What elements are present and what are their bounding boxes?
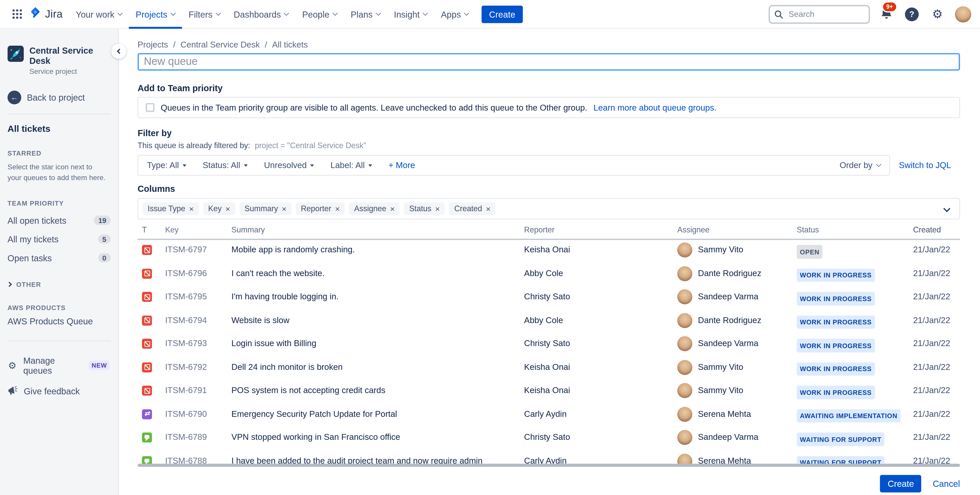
queue-name-input[interactable]: [137, 53, 960, 71]
order-by-dropdown[interactable]: Order by: [840, 161, 881, 170]
jira-logo[interactable]: Jira: [29, 6, 63, 22]
col-header-created: Created: [913, 225, 960, 234]
give-feedback-item[interactable]: Give feedback: [0, 380, 118, 402]
filter-dropdown[interactable]: Label: All: [331, 161, 372, 170]
table-row[interactable]: ITSM-6791 POS system is not accepting cr…: [137, 381, 960, 404]
table-row[interactable]: ITSM-6790 Emergency Security Patch Updat…: [137, 404, 960, 428]
notification-count-badge: 9+: [882, 1, 897, 12]
sidebar-queue-item[interactable]: All my tickets 5: [0, 230, 118, 249]
issue-summary[interactable]: Mobile app is randomly crashing.: [231, 245, 524, 255]
issue-key[interactable]: ITSM-6791: [165, 386, 231, 396]
remove-chip-icon[interactable]: ×: [189, 205, 194, 213]
learn-more-link[interactable]: Learn more about queue groups.: [593, 103, 716, 112]
settings-button[interactable]: ⚙: [928, 5, 947, 23]
issue-key[interactable]: ITSM-6795: [165, 292, 231, 302]
remove-chip-icon[interactable]: ×: [390, 205, 395, 213]
table-row[interactable]: ITSM-6795 I'm having trouble logging in.…: [137, 287, 960, 310]
search-input[interactable]: [768, 5, 870, 23]
filter-dropdown[interactable]: Unresolved: [264, 161, 314, 170]
team-priority-queue-list: All open tickets 19 All my tickets 5 Ope…: [0, 211, 118, 267]
team-priority-checkbox[interactable]: [146, 103, 154, 112]
table-row[interactable]: ITSM-6789 VPN stopped working in San Fra…: [137, 428, 960, 451]
breadcrumb-item[interactable]: All tickets: [272, 40, 308, 49]
remove-chip-icon[interactable]: ×: [226, 205, 230, 213]
more-filters-button[interactable]: + More: [388, 161, 415, 170]
nav-menu-item[interactable]: Plans: [344, 0, 387, 29]
issue-summary[interactable]: I have been added to the audit project t…: [231, 456, 524, 464]
sidebar-divider: [7, 114, 111, 114]
issue-key[interactable]: ITSM-6788: [165, 456, 231, 464]
assignee-avatar: [677, 430, 692, 445]
nav-menu-item[interactable]: Insight: [387, 0, 434, 29]
sidebar-queue-item[interactable]: All open tickets 19: [0, 211, 118, 230]
issue-key[interactable]: ITSM-6794: [165, 315, 231, 325]
sidebar-queue-item[interactable]: Open tasks 0: [0, 249, 118, 267]
issue-key[interactable]: ITSM-6790: [165, 409, 231, 419]
status-badge: WORK IN PROGRESS: [797, 386, 875, 399]
columns-select-box[interactable]: Issue Type × Key × Summary ×: [137, 198, 960, 219]
create-queue-button[interactable]: Create: [880, 475, 921, 493]
remove-chip-icon[interactable]: ×: [335, 205, 340, 213]
issue-summary[interactable]: Website is slow: [231, 315, 524, 325]
issue-summary[interactable]: Dell 24 inch monitor is broken: [231, 362, 524, 373]
filter-dropdown[interactable]: Type: All: [147, 161, 186, 170]
remove-chip-icon[interactable]: ×: [282, 205, 286, 213]
global-create-button[interactable]: Create: [482, 5, 523, 23]
profile-button[interactable]: [954, 5, 972, 23]
table-row[interactable]: ITSM-6794 Website is slow Abby Cole Dant…: [137, 310, 960, 334]
nav-menu-item[interactable]: Your work: [69, 0, 129, 29]
switch-to-jql-link[interactable]: Switch to JQL: [890, 161, 960, 170]
issue-key[interactable]: ITSM-6797: [165, 245, 231, 255]
table-row[interactable]: ITSM-6792 Dell 24 inch monitor is broken…: [137, 357, 960, 381]
top-navigation-bar: Jira Your work Projects Filters: [0, 0, 980, 29]
nav-menu-item[interactable]: Apps: [434, 0, 475, 29]
issue-key[interactable]: ITSM-6792: [165, 362, 231, 373]
issue-key[interactable]: ITSM-6793: [165, 339, 231, 349]
chevron-down-icon: [215, 11, 221, 16]
table-row[interactable]: ITSM-6797 Mobile app is randomly crashin…: [137, 240, 960, 263]
issue-key[interactable]: ITSM-6789: [165, 432, 231, 443]
horizontal-scrollbar[interactable]: [137, 463, 960, 466]
issue-key[interactable]: ITSM-6796: [165, 268, 231, 279]
sidebar-item-all-tickets[interactable]: All tickets: [0, 124, 118, 134]
chevron-down-icon[interactable]: [943, 205, 950, 212]
nav-menu-item[interactable]: Filters: [182, 0, 227, 29]
issue-summary[interactable]: VPN stopped working in San Francisco off…: [231, 432, 524, 443]
filter-dropdown[interactable]: Status: All: [203, 161, 248, 170]
column-chip: Created ×: [449, 203, 496, 215]
issue-summary[interactable]: I can't reach the website.: [231, 268, 524, 279]
assignee-avatar: [677, 266, 692, 281]
issue-summary[interactable]: I'm having trouble logging in.: [231, 292, 524, 302]
help-button[interactable]: ?: [902, 5, 921, 23]
manage-queues-item[interactable]: ⚙ Manage queues NEW: [0, 351, 118, 380]
issue-summary[interactable]: Emergency Security Patch Update for Port…: [231, 409, 524, 419]
sidebar-collapse-button[interactable]: [111, 44, 127, 59]
breadcrumb: Projects / Central Service Desk / All ti…: [137, 40, 960, 49]
table-row[interactable]: ITSM-6793 Login issue with Billing Chris…: [137, 334, 960, 357]
issue-summary[interactable]: Login issue with Billing: [231, 339, 524, 349]
other-section-toggle[interactable]: OTHER: [0, 281, 118, 288]
table-header-row: T Key Summary Reporter Assignee Status C…: [137, 225, 960, 240]
remove-chip-icon[interactable]: ×: [486, 205, 491, 213]
breadcrumb-separator: /: [173, 40, 175, 49]
remove-chip-icon[interactable]: ×: [435, 205, 440, 213]
col-header-reporter: Reporter: [524, 225, 677, 234]
sidebar-divider-bottom: [7, 341, 111, 341]
table-row[interactable]: ITSM-6788 I have been added to the audit…: [137, 451, 960, 463]
chevron-down-icon: [423, 11, 428, 16]
issue-assignee: Sammy Vito: [698, 362, 743, 373]
column-chip-label: Assignee: [354, 204, 387, 213]
issue-summary[interactable]: POS system is not accepting credit cards: [231, 386, 524, 396]
notifications-button[interactable]: 9+: [877, 5, 896, 23]
app-switcher-icon[interactable]: [7, 5, 26, 23]
breadcrumb-item[interactable]: Central Service Desk: [180, 40, 260, 49]
table-row[interactable]: ITSM-6796 I can't reach the website. Abb…: [137, 263, 960, 287]
nav-menu-item[interactable]: Dashboards: [227, 0, 295, 29]
team-priority-title: Add to Team priority: [137, 83, 960, 93]
cancel-button[interactable]: Cancel: [933, 479, 960, 489]
nav-menu-item[interactable]: People: [295, 0, 344, 29]
back-to-project-link[interactable]: ← Back to project: [0, 90, 118, 105]
sidebar-queue-item-aws[interactable]: AWS Products Queue: [0, 311, 118, 331]
nav-menu-item[interactable]: Projects: [129, 0, 182, 29]
breadcrumb-item[interactable]: Projects: [137, 40, 168, 49]
